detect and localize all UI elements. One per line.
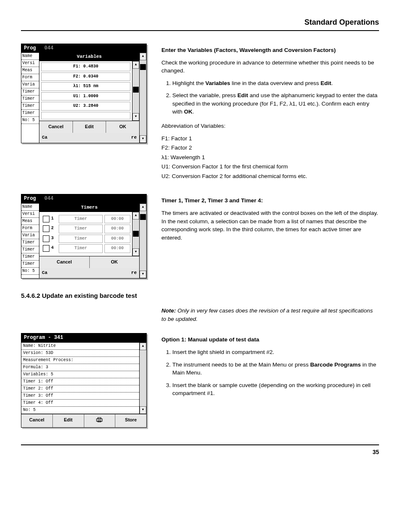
step-2: Select the variable, press Edit and use … bbox=[172, 91, 379, 116]
scroll-down-icon[interactable]: ▼ bbox=[132, 248, 139, 256]
ok-button[interactable]: OK bbox=[90, 256, 140, 268]
side-label: No: 5 bbox=[21, 268, 39, 275]
timer-number: 1 bbox=[51, 215, 57, 224]
side-label: Timer bbox=[21, 239, 39, 246]
inner-scrollbar[interactable]: ▲ ▼ bbox=[132, 61, 139, 121]
side-label: Timer bbox=[21, 110, 39, 117]
side-label: Timer bbox=[21, 253, 39, 261]
variable-item[interactable]: U1: 1.0000 bbox=[41, 92, 130, 101]
scroll-down-icon[interactable]: ▼ bbox=[140, 135, 146, 143]
variable-item[interactable]: F2: 0.0340 bbox=[41, 72, 130, 81]
timers-title: Timer 1, Timer 2, Timer 3 and Timer 4: bbox=[161, 197, 263, 204]
list-item[interactable]: Timer 3: Off bbox=[21, 393, 139, 400]
store-button[interactable]: Store bbox=[115, 414, 146, 427]
timer-name-select[interactable]: Timer bbox=[59, 215, 103, 224]
side-label: Varia bbox=[21, 232, 39, 239]
list-item[interactable]: Name: Nitrite bbox=[21, 343, 139, 350]
side-label: Timer bbox=[21, 88, 39, 96]
side-label: Meas bbox=[21, 218, 39, 225]
timer-name-select[interactable]: Timer bbox=[59, 235, 103, 243]
timer-checkbox[interactable] bbox=[43, 225, 49, 232]
scrollbar[interactable]: ▲ ▼ bbox=[139, 343, 146, 414]
screenshot-program: Program - 341 Name: Nitrite Version: 53D… bbox=[21, 333, 147, 427]
timer-row: 3 Timer 00:00 bbox=[41, 235, 130, 243]
list-item[interactable]: Formula: 3 bbox=[21, 364, 139, 371]
timer-number: 3 bbox=[51, 235, 57, 243]
timer-name-select[interactable]: Timer bbox=[59, 244, 103, 253]
timer-checkbox[interactable] bbox=[43, 216, 49, 222]
outer-scrollbar[interactable]: ▲ ▼ bbox=[139, 204, 146, 278]
option1-title: Option 1: Manual update of test data bbox=[161, 336, 259, 343]
timer-time-input[interactable]: 00:00 bbox=[104, 215, 130, 224]
panel-title: Timers bbox=[39, 204, 139, 212]
list-item[interactable]: Measurement Process: bbox=[21, 357, 139, 364]
edit-button[interactable]: Edit bbox=[73, 121, 106, 133]
scroll-up-icon[interactable]: ▲ bbox=[140, 53, 146, 60]
list-item[interactable]: Timer 1: Off bbox=[21, 378, 139, 385]
list-item[interactable]: Version: 53D bbox=[21, 350, 139, 357]
side-label: Timer bbox=[21, 96, 39, 103]
timer-name-select[interactable]: Timer bbox=[59, 225, 103, 233]
page-number: 35 bbox=[372, 449, 379, 455]
program-list: Name: Nitrite Version: 53D Measurement P… bbox=[21, 343, 139, 414]
timer-checkbox[interactable] bbox=[43, 235, 49, 242]
variable-item-empty bbox=[41, 112, 130, 119]
list-item[interactable]: Timer 4: Off bbox=[21, 400, 139, 407]
side-label: Varia bbox=[21, 81, 39, 88]
list-item[interactable]: Timer 2: Off bbox=[21, 385, 139, 393]
svg-rect-1 bbox=[98, 418, 101, 419]
program-suffix: 044 bbox=[44, 45, 54, 52]
outer-scrollbar[interactable]: ▲ ▼ bbox=[139, 53, 146, 142]
footer-ca: Ca bbox=[42, 270, 47, 276]
cancel-button[interactable]: Cancel bbox=[39, 121, 73, 133]
side-label: Name bbox=[21, 204, 39, 211]
abbr-item: U1: Conversion Factor 1 for the first ch… bbox=[161, 163, 379, 171]
section-heading-update: 5.4.6.2 Update an existing barcode test bbox=[21, 291, 379, 300]
print-icon[interactable] bbox=[84, 414, 116, 427]
page-footer: 35 bbox=[21, 444, 379, 456]
timer-time-input[interactable]: 00:00 bbox=[104, 225, 130, 233]
program-label: Prog bbox=[24, 45, 36, 52]
abbr-item: U2: Conversion Factor 2 for additional c… bbox=[161, 172, 379, 181]
footer-re: re bbox=[131, 270, 137, 276]
side-label: Timer bbox=[21, 246, 39, 253]
variable-item[interactable]: F1: 0.4830 bbox=[41, 62, 130, 71]
cancel-button[interactable]: Cancel bbox=[39, 256, 90, 268]
scroll-up-icon[interactable]: ▲ bbox=[132, 212, 139, 220]
inner-scrollbar[interactable]: ▲ ▼ bbox=[132, 212, 139, 256]
edit-button[interactable]: Edit bbox=[53, 414, 84, 427]
abbr-title: Abbreviation of Variables: bbox=[161, 122, 379, 130]
variable-item[interactable]: U2: 3.2840 bbox=[41, 102, 130, 111]
timer-time-input[interactable]: 00:00 bbox=[104, 235, 130, 243]
program-title: Program - 341 bbox=[21, 333, 146, 342]
scroll-down-icon[interactable]: ▼ bbox=[140, 406, 146, 414]
screenshot-variables: Prog 044 Name Versi Meas Form Varia Time… bbox=[21, 44, 147, 143]
ok-button[interactable]: OK bbox=[106, 121, 139, 133]
scroll-down-icon[interactable]: ▼ bbox=[132, 113, 139, 121]
timer-checkbox[interactable] bbox=[43, 245, 49, 252]
side-label: Meas bbox=[21, 67, 39, 74]
step-3: Insert the blank or sample cuvette (depe… bbox=[172, 381, 379, 398]
side-label: Form bbox=[21, 225, 39, 232]
cancel-button[interactable]: Cancel bbox=[21, 414, 53, 427]
scroll-down-icon[interactable]: ▼ bbox=[140, 271, 146, 278]
side-labels: Name Versi Meas Form Varia Timer Timer T… bbox=[21, 53, 39, 142]
side-label: Timer bbox=[21, 261, 39, 268]
side-label: Form bbox=[21, 74, 39, 81]
side-label: Versi bbox=[21, 60, 39, 67]
page-header: Standard Operations bbox=[21, 17, 379, 31]
page-title: Standard Operations bbox=[21, 17, 379, 28]
list-item[interactable]: Variables: 5 bbox=[21, 371, 139, 378]
timer-row: 1 Timer 00:00 bbox=[41, 215, 130, 224]
variable-item[interactable]: λ1: 515 nm bbox=[41, 82, 130, 91]
side-label: Timer bbox=[21, 103, 39, 110]
screenshot-timers: Prog 044 Name Versi Meas Form Varia Time… bbox=[21, 194, 147, 278]
list-item[interactable]: No: 5 bbox=[21, 407, 139, 414]
section-intro: Check the working procedure in advance t… bbox=[161, 59, 379, 75]
side-label: Name bbox=[21, 53, 39, 60]
scroll-up-icon[interactable]: ▲ bbox=[140, 343, 146, 350]
scroll-up-icon[interactable]: ▲ bbox=[132, 61, 139, 69]
scroll-up-icon[interactable]: ▲ bbox=[140, 204, 146, 211]
timer-time-input[interactable]: 00:00 bbox=[104, 244, 130, 253]
note-text: Note: Only in very few cases does the re… bbox=[161, 307, 379, 323]
